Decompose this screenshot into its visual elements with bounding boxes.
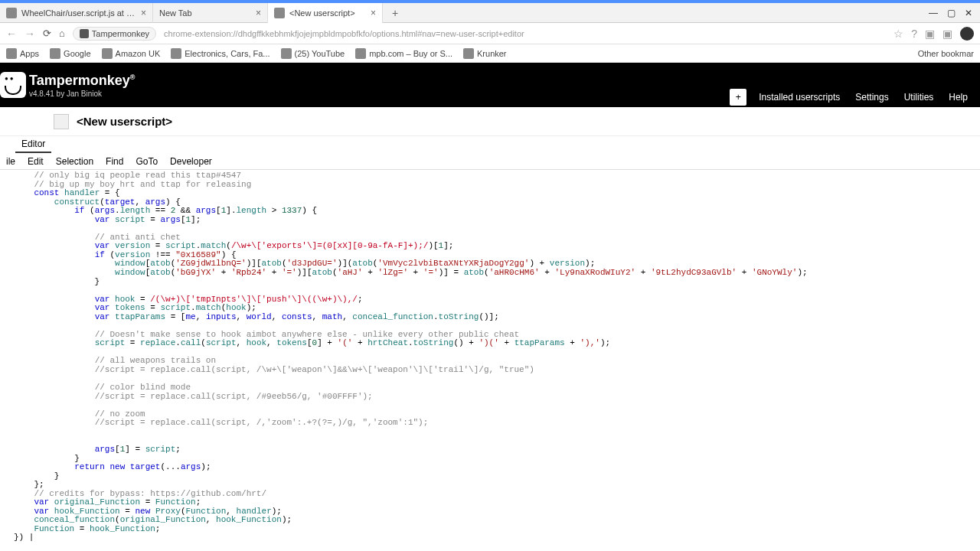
extension-chip-label: Tampermonkey	[92, 29, 149, 38]
ebay-icon	[171, 48, 181, 59]
menu-edit[interactable]: Edit	[21, 154, 50, 169]
amazon-icon	[102, 48, 113, 59]
mpb-icon	[355, 48, 366, 59]
tab-3-title: <New userscript>	[289, 8, 368, 18]
menu-find[interactable]: Find	[100, 154, 129, 169]
tampermonkey-icon	[80, 29, 89, 38]
forward-button[interactable]: →	[24, 28, 35, 40]
google-icon	[50, 48, 60, 59]
bookmark-krunker[interactable]: Krunker	[463, 48, 507, 59]
bookmarks-bar: Apps Google Amazon UK Electronics, Cars,…	[0, 44, 980, 63]
profile-avatar-icon[interactable]	[960, 27, 974, 41]
extension-icon[interactable]: ▣	[925, 28, 935, 40]
code-content[interactable]: // only big iq people read this ttap#454…	[11, 170, 808, 545]
editor-menu-bar: ile Edit Selection Find GoTo Developer	[0, 153, 980, 170]
close-icon[interactable]: ×	[141, 8, 146, 18]
bookmark-mpb[interactable]: mpb.com – Buy or S...	[355, 48, 452, 59]
toolbar-right-icons: ☆ ? ▣ ▣	[893, 27, 974, 41]
favicon-github-icon	[6, 8, 17, 18]
tab-editor[interactable]: Editor	[15, 136, 51, 153]
menu-goto[interactable]: GoTo	[129, 154, 164, 169]
bookmark-ebay[interactable]: Electronics, Cars, Fa...	[171, 48, 270, 59]
address-bar[interactable]: chrome-extension://dhdgffkkebhmkfjojejmp…	[164, 29, 886, 38]
tab-1-title: WheelChair/user.script.js at mas...	[21, 8, 138, 18]
window-maximize-button[interactable]: ▢	[947, 8, 956, 18]
browser-tab-3[interactable]: <New userscript> ×	[268, 3, 383, 23]
back-button[interactable]: ←	[6, 28, 17, 40]
tampermonkey-nav: + Installed userscripts Settings Utiliti…	[730, 87, 975, 107]
line-number-gutter	[0, 170, 11, 545]
nav-settings[interactable]: Settings	[848, 87, 896, 107]
star-icon[interactable]: ☆	[893, 28, 903, 40]
nav-installed[interactable]: Installed userscripts	[751, 87, 848, 107]
window-minimize-button[interactable]: —	[929, 8, 938, 18]
other-bookmarks[interactable]: Other bookmar	[915, 49, 974, 58]
tampermonkey-logo-icon	[0, 72, 26, 98]
youtube-icon	[281, 48, 292, 59]
menu-selection[interactable]: Selection	[50, 154, 100, 169]
menu-developer[interactable]: Developer	[164, 154, 218, 169]
close-icon[interactable]: ×	[371, 8, 376, 18]
app-version: v4.8.41 by Jan Biniok	[29, 90, 135, 98]
script-title: <New userscript>	[77, 115, 172, 128]
window-controls: — ▢ ✕	[929, 8, 980, 18]
favicon-tampermonkey-icon	[274, 8, 285, 18]
krunker-icon	[463, 48, 474, 59]
browser-tab-strip: WheelChair/user.script.js at mas... × Ne…	[0, 3, 980, 23]
menu-file[interactable]: ile	[0, 154, 21, 169]
bookmark-amazon[interactable]: Amazon UK	[102, 48, 161, 59]
bookmark-google[interactable]: Google	[50, 48, 90, 59]
new-tab-button[interactable]: +	[387, 5, 403, 21]
nav-utilities[interactable]: Utilities	[897, 87, 942, 107]
new-script-button[interactable]: +	[730, 89, 746, 106]
tampermonkey-header: Tampermonkey® v4.8.41 by Jan Biniok + In…	[0, 63, 980, 107]
browser-tab-1[interactable]: WheelChair/user.script.js at mas... ×	[0, 3, 153, 23]
script-title-bar: <New userscript>	[0, 107, 980, 136]
browser-toolbar: ← → ⟳ ⌂ Tampermonkey chrome-extension://…	[0, 23, 980, 44]
code-editor[interactable]: // only big iq people read this ttap#454…	[0, 170, 980, 545]
editor-tab-strip: Editor	[0, 136, 980, 153]
reload-button[interactable]: ⟳	[43, 28, 51, 39]
bookmark-apps[interactable]: Apps	[6, 48, 39, 59]
script-file-icon	[54, 114, 69, 129]
extension-chip[interactable]: Tampermonkey	[73, 27, 156, 41]
app-name: Tampermonkey®	[29, 73, 135, 89]
tab-2-title: New Tab	[159, 8, 253, 18]
help-icon[interactable]: ?	[911, 28, 917, 40]
window-close-button[interactable]: ✕	[965, 8, 972, 18]
nav-help[interactable]: Help	[941, 87, 975, 107]
tampermonkey-title-block: Tampermonkey® v4.8.41 by Jan Biniok	[29, 73, 135, 98]
extension-icon-2[interactable]: ▣	[942, 28, 952, 40]
browser-tab-2[interactable]: New Tab ×	[153, 3, 268, 23]
close-icon[interactable]: ×	[256, 8, 261, 18]
bookmark-youtube[interactable]: (25) YouTube	[281, 48, 345, 59]
home-button[interactable]: ⌂	[59, 28, 65, 39]
apps-icon	[6, 48, 17, 59]
